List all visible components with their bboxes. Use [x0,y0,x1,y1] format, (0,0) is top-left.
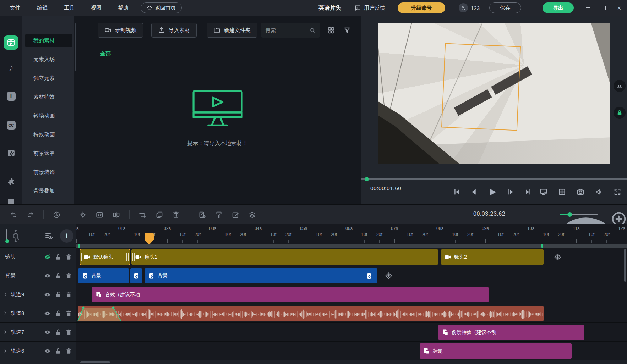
rail-item-audio[interactable]: ♪ [4,60,18,75]
delete-track-icon[interactable] [65,272,72,279]
delete-icon[interactable] [172,211,180,219]
rail-item-captions[interactable]: CC [4,118,18,132]
lock-icon[interactable] [55,329,61,336]
trim-handle-right[interactable] [126,253,129,261]
grid-view-icon[interactable] [327,26,335,34]
lock-icon[interactable] [55,348,61,354]
clip-镜头2[interactable]: 镜头2 [441,249,544,265]
add-keyframe-icon[interactable] [553,252,562,262]
clip-镜头1[interactable]: 镜头1 [131,249,438,265]
clip-背景[interactable]: 背景 [145,268,377,283]
copy-icon[interactable] [156,211,163,219]
marker-a-icon[interactable] [53,211,60,219]
snapshot-icon[interactable] [577,188,584,196]
home-button[interactable]: 返回首页 [141,2,182,13]
minimize-button[interactable] [585,5,591,11]
clip-audio[interactable] [78,306,544,321]
record-video-button[interactable]: 录制视频 [98,23,143,38]
clip-音效（建议不动[interactable]: 音效（建议不动 [92,287,489,302]
zoom-slider-knob[interactable] [567,212,572,217]
menu-item[interactable]: 编辑 [31,3,54,13]
timeline-rangebar[interactable] [76,244,627,248]
delete-track-icon[interactable] [65,329,72,336]
trim-handle-left[interactable] [81,253,83,261]
lock-icon[interactable] [55,254,61,260]
library-nav-item[interactable]: 前景装饰 [25,166,72,179]
menu-item[interactable]: 视图 [84,3,108,13]
track-header-轨道9[interactable]: 轨道9 [0,285,76,304]
clip-标题[interactable]: 标题 [420,343,572,359]
delete-track-icon[interactable] [65,254,72,260]
grid-icon[interactable] [558,188,566,196]
add-keyframe-icon[interactable] [384,271,393,281]
delete-track-icon[interactable] [65,348,72,354]
fullscreen-icon[interactable] [614,188,621,196]
clip-background[interactable] [130,268,142,283]
visibility-icon[interactable] [44,329,51,336]
library-nav-item[interactable]: 元素入场 [25,53,72,66]
skip-start-icon[interactable] [453,188,460,196]
split-icon[interactable] [113,211,120,219]
delete-track-icon[interactable] [65,310,72,317]
upgrade-account-button[interactable]: 升级账号 [398,2,445,13]
track-manager-icon[interactable] [45,232,53,240]
lock-button[interactable] [614,107,626,119]
track-header-轨道7[interactable]: 轨道7 [0,323,76,342]
new-folder-button[interactable]: 新建文件夹 [207,23,257,38]
visibility-icon[interactable] [44,254,51,260]
library-nav-item[interactable]: 前景遮罩 [25,147,72,160]
library-nav-item[interactable]: 我的素材 [25,34,72,47]
chevron-right-icon[interactable] [3,311,8,316]
rail-item-transition[interactable] [4,146,18,160]
clip-默认镜头[interactable]: 默认镜头 [80,249,130,265]
undo-icon[interactable] [10,211,17,219]
account[interactable]: 123 [459,3,480,12]
frame-forward-icon[interactable] [507,188,515,196]
track-header-背景[interactable]: 背景 [0,266,76,285]
rail-item-text[interactable]: T [4,89,18,103]
menu-item[interactable]: 帮助 [111,3,135,13]
library-nav-item[interactable]: 素材特效 [25,90,72,104]
keyframe-icon[interactable] [79,211,87,219]
save-button[interactable]: 保存 [489,2,521,13]
redo-icon[interactable] [27,211,34,219]
library-nav-item[interactable]: 独立元素 [25,72,72,85]
preview-seekbar[interactable] [361,178,627,180]
import-material-button[interactable]: 导入素材 [151,23,197,38]
screen-record-icon[interactable] [540,188,547,196]
export-button[interactable]: 导出 [543,2,574,13]
chevron-right-icon[interactable] [3,348,8,353]
timeline-horizontal-scrollbar[interactable] [80,361,110,363]
selection-box[interactable] [441,43,521,131]
timeline-vertical-scrollbar[interactable] [624,249,626,282]
visibility-icon[interactable] [44,272,51,279]
delete-track-icon[interactable] [65,291,72,298]
maximize-button[interactable] [601,5,606,11]
lock-icon[interactable] [55,310,61,317]
track-header-镜头[interactable]: 镜头 [0,248,76,266]
brush-icon[interactable] [215,211,223,219]
track-header-轨道6[interactable]: 轨道6 [0,342,76,360]
rail-item-plugin[interactable] [4,174,18,188]
play-icon[interactable] [488,187,497,197]
timeline-zoom-slider[interactable] [560,214,598,215]
seekbar-knob[interactable] [365,177,369,181]
filter-icon[interactable] [343,26,351,34]
speaker-icon[interactable] [595,188,603,196]
code-icon[interactable] [96,211,103,219]
lock-icon[interactable] [55,272,61,279]
frame-back-icon[interactable] [470,188,478,196]
clip-背景[interactable]: 背景 [78,268,129,283]
rail-item-media[interactable] [4,35,18,50]
playhead-line[interactable] [149,244,149,360]
chevron-right-icon[interactable] [3,330,8,335]
crop-icon[interactable] [139,211,146,219]
feedback-button[interactable]: 用户反馈 [354,0,385,16]
search-box[interactable] [261,23,320,38]
visibility-icon[interactable] [44,348,51,354]
preview-canvas[interactable] [378,23,610,164]
menu-item[interactable]: 文件 [4,3,27,13]
clip-前景特效（建议不动[interactable]: 前景特效（建议不动 [438,325,584,340]
device-check-icon[interactable] [198,211,206,219]
add-track-button[interactable]: + [60,229,73,243]
